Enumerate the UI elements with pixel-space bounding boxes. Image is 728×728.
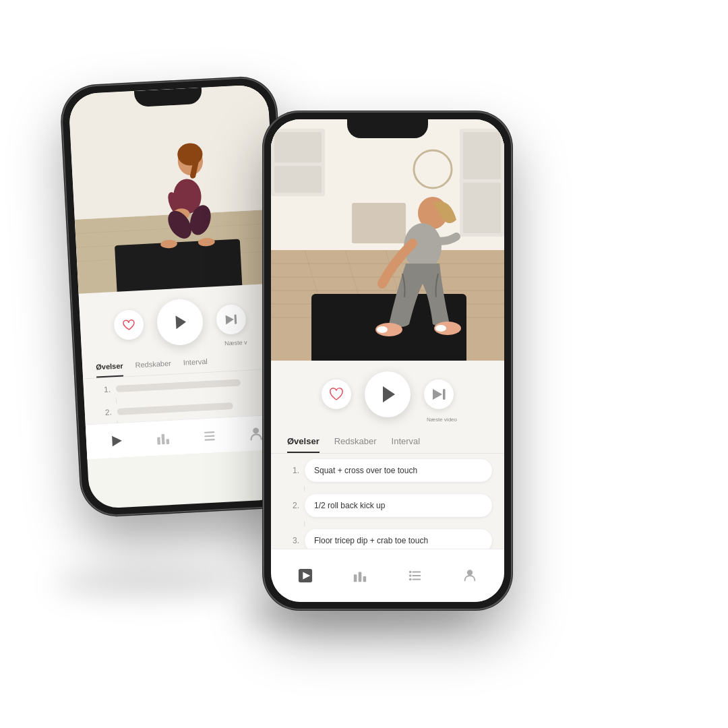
svg-rect-61 xyxy=(359,572,362,582)
exercise-item-2: 2. 1/2 roll back kick up xyxy=(283,494,492,517)
phone-back-screen: Næste v Øvelser Redskaber Interval 1. xyxy=(68,84,289,510)
exercise-item-3: 3. Floor tricep dip + crab toe touch xyxy=(283,529,492,549)
svg-marker-56 xyxy=(433,389,442,400)
nav-list-back[interactable] xyxy=(202,428,217,444)
svg-rect-62 xyxy=(363,576,367,582)
svg-rect-22 xyxy=(161,433,164,444)
svg-line-24 xyxy=(204,432,213,433)
svg-rect-32 xyxy=(274,166,322,193)
exercise-item-1: 1. Squat + cross over toe touch xyxy=(283,459,492,482)
exercise-pill-3: Floor tricep dip + crab toe touch xyxy=(305,529,492,549)
tab-ovelser-back[interactable]: Øvelser xyxy=(96,361,123,377)
controls-front: Næste video Øvelser Redskaber Interval 1… xyxy=(271,361,504,549)
nav-play-front[interactable] xyxy=(298,568,313,583)
nav-play-back[interactable] xyxy=(109,433,124,448)
play-button-front[interactable] xyxy=(365,371,411,417)
play-button-back[interactable] xyxy=(156,298,204,346)
svg-marker-18 xyxy=(226,314,235,324)
tab-redskaber-back[interactable]: Redskaber xyxy=(135,359,171,375)
nav-chart-back[interactable] xyxy=(155,431,171,446)
tabs-front: Øvelser Redskaber Interval xyxy=(271,427,504,454)
phone-front: Næste video Øvelser Redskaber Interval 1… xyxy=(263,111,512,610)
svg-rect-60 xyxy=(354,574,357,582)
bottom-nav-front xyxy=(271,549,504,602)
nav-chart-front[interactable] xyxy=(353,568,367,583)
heart-button-back[interactable] xyxy=(113,309,144,340)
next-label-front: Næste video xyxy=(427,417,457,423)
skip-button-back[interactable]: Næste v xyxy=(216,304,247,335)
svg-rect-35 xyxy=(463,183,501,233)
svg-rect-21 xyxy=(157,437,160,444)
nav-person-front[interactable] xyxy=(462,568,477,583)
video-back xyxy=(68,84,278,310)
scene: Næste v Øvelser Redskaber Interval 1. xyxy=(0,0,728,728)
skip-button-front[interactable]: Næste video xyxy=(424,380,454,409)
svg-point-67 xyxy=(409,578,412,581)
svg-rect-34 xyxy=(463,132,501,179)
svg-point-63 xyxy=(409,571,412,574)
svg-point-27 xyxy=(252,427,258,433)
exercise-pill-2: 1/2 roll back kick up xyxy=(305,494,492,517)
svg-point-65 xyxy=(409,574,412,577)
svg-marker-55 xyxy=(383,386,395,402)
svg-rect-23 xyxy=(166,439,169,444)
tab-interval-front[interactable]: Interval xyxy=(392,436,421,453)
notch-front xyxy=(347,119,428,138)
svg-point-54 xyxy=(435,325,446,332)
phone-back: Næste v Øvelser Redskaber Interval 1. xyxy=(59,75,297,518)
exercise-pill-1: Squat + cross over toe touch xyxy=(305,459,492,482)
phone-front-screen: Næste video Øvelser Redskaber Interval 1… xyxy=(271,119,504,602)
controls-buttons-front: Næste video xyxy=(271,361,504,423)
next-label-back: Næste v xyxy=(224,338,247,346)
video-front xyxy=(271,119,504,361)
exercise-list-front: 1. Squat + cross over toe touch 2. 1/2 r… xyxy=(271,454,504,549)
shadow-back xyxy=(54,570,243,597)
controls-buttons-back: Næste v xyxy=(79,283,281,355)
svg-rect-57 xyxy=(443,389,446,400)
svg-line-26 xyxy=(205,439,214,440)
svg-point-69 xyxy=(467,570,473,575)
svg-rect-19 xyxy=(234,314,237,324)
nav-list-front[interactable] xyxy=(408,568,423,583)
svg-point-53 xyxy=(377,326,388,333)
exercise-item-back-2: 2. xyxy=(95,399,273,418)
exercise-item-back-1: 1. xyxy=(94,376,272,395)
svg-rect-37 xyxy=(352,203,406,243)
heart-button-front[interactable] xyxy=(322,380,351,409)
svg-rect-31 xyxy=(274,132,322,162)
nav-person-back[interactable] xyxy=(248,425,264,441)
svg-marker-17 xyxy=(175,315,186,329)
tab-redskaber-front[interactable]: Redskaber xyxy=(334,436,377,453)
svg-marker-20 xyxy=(112,435,122,446)
tab-ovelser-front[interactable]: Øvelser xyxy=(287,436,320,453)
tab-interval-back[interactable]: Interval xyxy=(183,357,208,373)
controls-back: Næste v Øvelser Redskaber Interval 1. xyxy=(79,283,286,460)
svg-line-25 xyxy=(205,435,214,436)
